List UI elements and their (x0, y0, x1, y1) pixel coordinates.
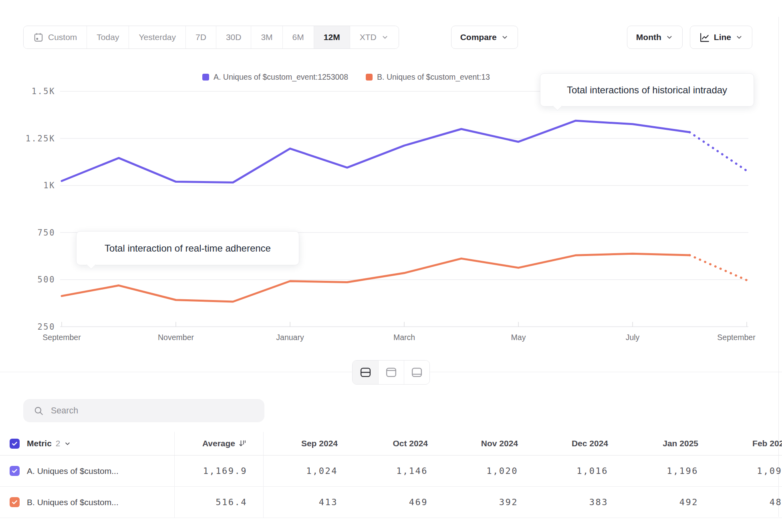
value-cell: 1,146 (354, 455, 444, 486)
y-axis-label: 1.25K (26, 134, 55, 143)
column-header-nov-2024[interactable]: Nov 2024 (444, 432, 534, 455)
range-button-12m[interactable]: 12M (314, 26, 350, 48)
column-header-feb-2025[interactable]: Feb 2025 (714, 432, 782, 455)
chart-type-button[interactable]: Line (690, 26, 752, 49)
layout-toggle-group (352, 360, 430, 385)
select-all-checkbox[interactable] (10, 439, 20, 449)
chevron-down-icon (665, 33, 673, 41)
chevron-down-icon (381, 33, 389, 41)
y-axis-label: 500 (37, 275, 55, 284)
metric-header-label-group[interactable]: Metric 2 (27, 439, 71, 448)
x-axis-label: November (158, 333, 194, 342)
column-header-oct-2024[interactable]: Oct 2024 (354, 432, 444, 455)
range-button-custom[interactable]: Custom (24, 26, 87, 48)
y-axis-label: 250 (37, 322, 55, 332)
value-cell: 469 (354, 487, 444, 518)
value-cell: 383 (534, 487, 624, 518)
value-cell: 492 (624, 487, 714, 518)
value-cell: 1,196 (624, 455, 714, 486)
x-axis-label: May (511, 333, 526, 342)
bottom-panel-icon (411, 366, 423, 379)
series-a-swatch (202, 74, 209, 81)
range-button-6m[interactable]: 6M (282, 26, 314, 48)
x-axis-label: September (717, 333, 756, 342)
tooltip-series-a: Total interactions of historical intrada… (540, 73, 754, 107)
x-axis-label: March (393, 333, 415, 342)
toolbar: Custom Today Yesterday 7D 30D 3M 6M 12M … (23, 26, 752, 49)
check-icon (11, 440, 18, 447)
layout-top-button[interactable] (378, 361, 404, 384)
legend-item-b[interactable]: B. Uniques of $custom_event:13 (366, 73, 490, 82)
metric-header-cell: Metric 2 (0, 432, 175, 455)
metrics-table: Metric 2 Average Sep 2024Oct 2024Nov 202… (0, 432, 782, 518)
legend-label-a: A. Uniques of $custom_event:1253008 (214, 73, 348, 82)
series-b-swatch (366, 74, 373, 81)
y-axis-label: 1K (43, 181, 55, 190)
metric-header-label: Metric (27, 439, 52, 448)
chevron-down-icon (64, 440, 71, 447)
x-axis-label: July (626, 333, 640, 342)
x-axis-label: September (42, 333, 81, 342)
column-header-jan-2025[interactable]: Jan 2025 (624, 432, 714, 455)
toolbar-spacer (518, 26, 627, 49)
column-header-sep-2024[interactable]: Sep 2024 (264, 432, 354, 455)
table-row[interactable]: B. Uniques of $custom...516.441346939238… (0, 487, 782, 518)
average-value-cell: 516.4 (175, 487, 264, 518)
date-range-control: Custom Today Yesterday 7D 30D 3M 6M 12M … (23, 26, 399, 49)
column-header-average[interactable]: Average (175, 432, 264, 455)
sort-descending-icon (238, 439, 247, 448)
value-cell: 413 (264, 487, 354, 518)
table-row[interactable]: A. Uniques of $custom...1,169.91,0241,14… (0, 455, 782, 487)
chevron-down-icon (501, 33, 509, 41)
value-cell: 1,016 (534, 455, 624, 486)
calendar-icon (33, 32, 44, 42)
tooltip-series-b: Total interaction of real-time adherence (76, 231, 299, 265)
metric-label: B. Uniques of $custom... (27, 498, 119, 507)
value-cell: 486 (714, 487, 782, 518)
x-axis-label: January (276, 333, 304, 342)
metric-cell: A. Uniques of $custom... (0, 455, 175, 486)
range-button-30d[interactable]: 30D (216, 26, 251, 48)
row-checkbox[interactable] (10, 466, 20, 476)
range-label: Custom (48, 32, 77, 42)
search-bar (23, 399, 264, 422)
value-cell: 1,095 (714, 455, 782, 486)
legend-item-a[interactable]: A. Uniques of $custom_event:1253008 (202, 73, 348, 82)
layout-bottom-button[interactable] (404, 361, 429, 384)
search-input[interactable] (50, 405, 254, 416)
range-button-today[interactable]: Today (87, 26, 129, 48)
table-header-row: Metric 2 Average Sep 2024Oct 2024Nov 202… (0, 432, 782, 455)
value-cell: 1,024 (264, 455, 354, 486)
range-button-yesterday[interactable]: Yesterday (129, 26, 185, 48)
check-icon (11, 498, 18, 506)
chart-legend: A. Uniques of $custom_event:1253008 B. U… (202, 73, 490, 82)
split-view-icon (359, 366, 372, 379)
y-axis-label: 750 (37, 228, 55, 238)
row-checkbox[interactable] (10, 497, 20, 507)
layout-split-button[interactable] (353, 361, 378, 384)
metric-cell: B. Uniques of $custom... (0, 487, 175, 518)
line-chart-icon (699, 32, 710, 43)
range-button-3m[interactable]: 3M (251, 26, 282, 48)
y-axis-label: 1.5K (32, 87, 55, 96)
table-body: A. Uniques of $custom...1,169.91,0241,14… (0, 455, 782, 518)
legend-label-b: B. Uniques of $custom_event:13 (377, 73, 490, 82)
series-a-forecast-dotted (690, 132, 747, 171)
search-icon (34, 406, 44, 416)
value-cell: 1,020 (444, 455, 534, 486)
top-panel-icon (385, 366, 397, 379)
column-header-dec-2024[interactable]: Dec 2024 (534, 432, 624, 455)
range-button-7d[interactable]: 7D (185, 26, 216, 48)
series-b-forecast-dotted (690, 255, 747, 280)
metric-count: 2 (56, 439, 60, 448)
check-icon (11, 467, 18, 475)
analytics-report-page: Custom Today Yesterday 7D 30D 3M 6M 12M … (0, 0, 782, 532)
metric-label: A. Uniques of $custom... (27, 466, 119, 476)
chevron-down-icon (735, 33, 743, 41)
value-cell: 392 (444, 487, 534, 518)
granularity-button[interactable]: Month (627, 26, 683, 49)
compare-button[interactable]: Compare (451, 26, 518, 49)
range-button-xtd[interactable]: XTD (350, 26, 399, 48)
series-a-line[interactable] (62, 121, 690, 182)
average-value-cell: 1,169.9 (175, 455, 264, 486)
